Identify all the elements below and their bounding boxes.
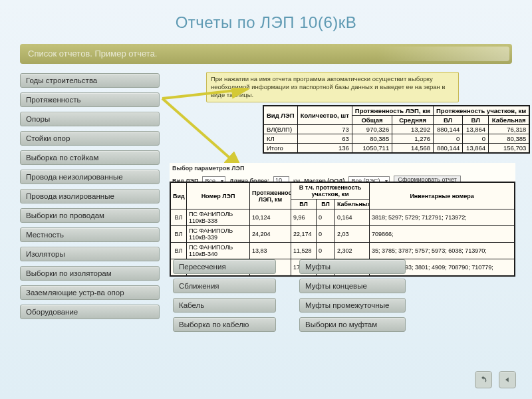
report-list-sidebar: Годы строительства Протяженность Опоры С…	[20, 73, 160, 319]
report-btn-couplings[interactable]: Муфты	[299, 259, 406, 274]
table-row: ВЛ(ВЛП)73970,32613,292880,14413,86476,31…	[264, 125, 529, 134]
report-btn-wire-selection[interactable]: Выборки по проводам	[20, 208, 160, 223]
form-title: Выбор параметров ЛЭП	[172, 165, 513, 172]
section-header: Список отчетов. Пример отчета.	[20, 44, 512, 64]
arrow-icon	[161, 88, 267, 174]
report-btn-insulator-selection[interactable]: Выборки по изоляторам	[20, 266, 160, 281]
table-row: ВЛПС ФАНИПОЛЬ 110кВ-33924,20422,17402,03…	[171, 226, 515, 243]
report-btn-crossings[interactable]: Пересечения	[173, 259, 276, 274]
table-row: ВЛПС ФАНИПОЛЬ 110кВ-34013,8311,52802,302…	[171, 243, 515, 259]
svg-line-0	[162, 89, 247, 98]
report-btn-pole-selection[interactable]: Выборка по стойкам	[20, 150, 160, 165]
svg-line-1	[162, 98, 241, 168]
report-btn-years[interactable]: Годы строительства	[20, 73, 160, 88]
report-btn-end-couplings[interactable]: Муфты концевые	[299, 279, 406, 293]
report-btn-supports[interactable]: Опоры	[20, 112, 160, 126]
report-col-3: Муфты Муфты концевые Муфты промежуточные…	[299, 259, 406, 332]
table-row: ВЛПС ФАНИПОЛЬ 110кВ-33810,1249,9600,1643…	[171, 209, 515, 226]
report-btn-wires-bare[interactable]: Провода неизолированные	[20, 170, 160, 184]
table-row: КЛ6380,3851,2760080,385	[264, 134, 529, 144]
report-col-2: Пересечения Сближения Кабель Выборка по …	[173, 259, 276, 332]
report-btn-coupling-selection[interactable]: Выборки по муфтам	[299, 317, 406, 332]
report-btn-insulators[interactable]: Изоляторы	[20, 247, 160, 261]
back-icon[interactable]	[499, 371, 516, 388]
summary-table: Вид ЛЭП Количество, шт Протяженность ЛЭП…	[263, 105, 530, 154]
report-btn-approaches[interactable]: Сближения	[173, 279, 276, 293]
table-row: Итого1361050,71114,568880,14413,864156,7…	[264, 144, 529, 153]
page-title: Отчеты по ЛЭП 10(6)кВ	[0, 0, 532, 32]
report-btn-grounding[interactable]: Заземляющие устр-ва опор	[20, 285, 160, 300]
report-btn-mid-couplings[interactable]: Муфты промежуточные	[299, 298, 406, 313]
report-btn-equipment[interactable]: Оборудование	[20, 305, 160, 319]
report-btn-length[interactable]: Протяженность	[20, 92, 160, 107]
report-btn-terrain[interactable]: Местность	[20, 227, 160, 242]
report-btn-cable-selection[interactable]: Выборка по кабелю	[173, 317, 276, 332]
undo-icon[interactable]	[475, 371, 492, 388]
report-btn-support-poles[interactable]: Стойки опор	[20, 131, 160, 146]
report-btn-cable[interactable]: Кабель	[173, 298, 276, 313]
report-btn-wires-insulated[interactable]: Провода изолированные	[20, 189, 160, 203]
